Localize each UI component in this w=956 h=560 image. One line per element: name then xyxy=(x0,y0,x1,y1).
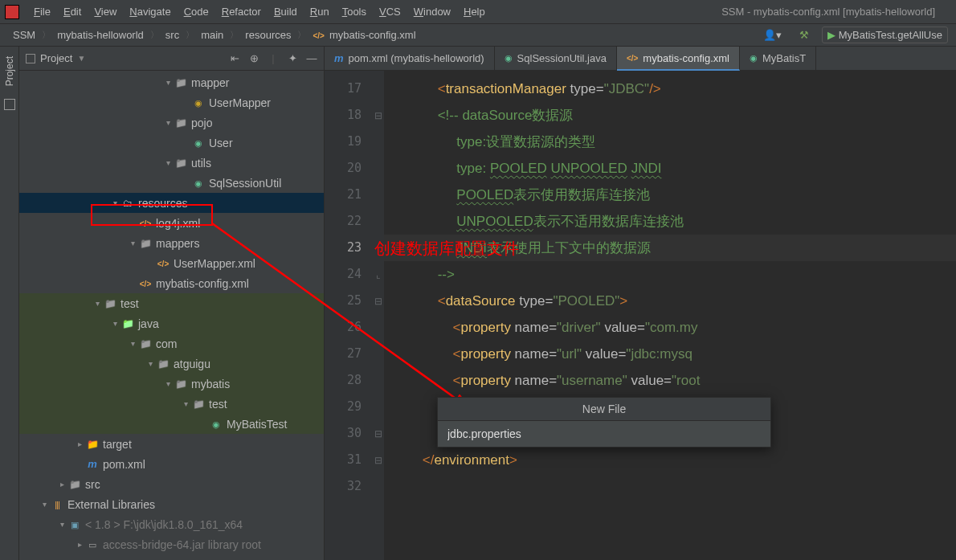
tree-item-mybatis[interactable]: ▾mybatis xyxy=(19,374,324,394)
tree-item-log4j-xml[interactable]: log4j.xml xyxy=(19,213,324,233)
tree-item-access-bridge-64-jar-library-root[interactable]: ▸access-bridge-64.jar library root xyxy=(19,534,324,554)
chevron-down-icon[interactable]: ▾ xyxy=(162,78,174,87)
fold-marker[interactable]: ⊟ xyxy=(373,447,384,473)
fold-marker[interactable] xyxy=(373,208,384,235)
chevron-down-icon[interactable]: ▾ xyxy=(109,198,121,207)
code-line[interactable]: <transactionManager type="JDBC"/> xyxy=(384,76,956,102)
fold-marker[interactable] xyxy=(373,341,384,367)
tree-item-mappers[interactable]: ▾mappers xyxy=(19,233,324,253)
run-config-selector[interactable]: ▶ MyBatisTest.getAllUse xyxy=(822,27,948,43)
tree-item-mybatis-config-xml[interactable]: mybatis-config.xml xyxy=(19,273,324,293)
chevron-down-icon[interactable]: ▾ xyxy=(180,399,191,408)
chevron-down-icon[interactable]: ▾ xyxy=(109,319,121,328)
code-line[interactable]: type:设置数据源的类型 xyxy=(384,129,956,155)
breadcrumb-part[interactable]: resources xyxy=(240,29,296,41)
fold-marker[interactable] xyxy=(373,76,384,102)
code-line[interactable]: <dataSource type="POOLED"> xyxy=(384,288,956,314)
tree-item-com[interactable]: ▾com xyxy=(19,333,324,354)
code-line[interactable] xyxy=(384,473,956,500)
tree-item-resources[interactable]: ▾resources xyxy=(19,193,324,213)
fold-marker[interactable]: ⊟ xyxy=(373,102,384,129)
chevron-down-icon[interactable]: ▾ xyxy=(92,299,103,308)
fold-marker[interactable] xyxy=(373,155,384,182)
tree-item-test[interactable]: ▾test xyxy=(19,394,324,414)
chevron-right-icon[interactable]: ▸ xyxy=(56,480,67,488)
code-editor[interactable]: <transactionManager type="JDBC"/> <!-- d… xyxy=(384,71,956,560)
new-file-input[interactable] xyxy=(438,421,770,447)
chevron-down-icon[interactable]: ▾ xyxy=(162,379,174,388)
menu-vcs[interactable]: VCS xyxy=(373,4,407,19)
chevron-down-icon[interactable]: ▾ xyxy=(127,239,138,247)
editor-tab[interactable]: SqlSessionUtil.java xyxy=(495,47,617,70)
menu-build[interactable]: Build xyxy=(268,4,304,19)
tree-item-pojo[interactable]: ▾pojo xyxy=(19,112,324,133)
fold-marker[interactable]: ⌞ xyxy=(373,261,384,288)
menu-file[interactable]: File xyxy=(27,4,57,19)
chevron-right-icon[interactable]: ▸ xyxy=(74,540,85,549)
menu-view[interactable]: View xyxy=(88,4,123,19)
tree-item-user[interactable]: User xyxy=(19,133,324,153)
breadcrumb-part[interactable]: src xyxy=(161,29,184,41)
breadcrumb-part[interactable]: mybatis-config.xml xyxy=(308,29,420,41)
fold-marker[interactable] xyxy=(373,394,384,420)
tree-item-utils[interactable]: ▾utils xyxy=(19,153,324,173)
tree-item-mybatistest[interactable]: MyBatisTest xyxy=(19,414,324,434)
structure-tool-button[interactable] xyxy=(4,99,15,110)
chevron-down-icon[interactable]: ▾ xyxy=(145,359,156,368)
fold-marker[interactable] xyxy=(373,367,384,394)
code-line[interactable]: <property name="url" value="jdbc:mysq xyxy=(384,341,956,367)
tree-item-sqlsessionutil[interactable]: SqlSessionUtil xyxy=(19,173,324,193)
hide-icon[interactable]: — xyxy=(306,52,317,64)
user-icon[interactable]: 👤▾ xyxy=(758,27,786,43)
code-line[interactable]: type: POOLED UNPOOLED JNDI xyxy=(384,155,956,182)
tree-item-mapper[interactable]: ▾mapper xyxy=(19,72,324,92)
menu-code[interactable]: Code xyxy=(178,4,215,19)
code-line[interactable]: POOLED表示使用数据库连接池 xyxy=(384,182,956,208)
tree-item-java[interactable]: ▾java xyxy=(19,313,324,333)
fold-marker[interactable] xyxy=(373,182,384,208)
fold-marker[interactable] xyxy=(373,473,384,500)
menu-run[interactable]: Run xyxy=(304,4,336,19)
code-line[interactable]: <property name="driver" value="com.my xyxy=(384,314,956,341)
menu-edit[interactable]: Edit xyxy=(57,4,88,19)
project-tree[interactable]: ▾mapperUserMapper▾pojoUser▾utilsSqlSessi… xyxy=(19,71,324,560)
tree-item--1-8-f-jdk-jdk1-8-0-161-x64[interactable]: ▾< 1.8 > F:\jdk\jdk1.8.0_161_x64 xyxy=(19,514,324,534)
code-line[interactable]: <property name="username" value="root xyxy=(384,367,956,394)
chevron-down-icon[interactable]: ▾ xyxy=(162,158,174,167)
editor-tab[interactable]: mybatis-config.xml xyxy=(617,47,740,71)
tree-item-target[interactable]: ▸target xyxy=(19,434,324,454)
breadcrumb-part[interactable]: main xyxy=(196,29,228,41)
code-line[interactable]: </environment> xyxy=(384,447,956,473)
select-opened-icon[interactable]: ⊕ xyxy=(248,52,259,64)
code-line[interactable]: <!-- dataSource数据源 xyxy=(384,102,956,129)
editor-tab[interactable]: MyBatisT xyxy=(740,47,816,70)
tree-item-usermapper-xml[interactable]: UserMapper.xml xyxy=(19,253,324,273)
fold-marker[interactable] xyxy=(373,129,384,155)
menu-tools[interactable]: Tools xyxy=(336,4,373,19)
menu-navigate[interactable]: Navigate xyxy=(123,4,177,19)
chevron-down-icon[interactable]: ▾ xyxy=(39,500,50,509)
tree-item-test[interactable]: ▾test xyxy=(19,293,324,313)
fold-marker[interactable] xyxy=(373,314,384,341)
chevron-down-icon[interactable]: ▾ xyxy=(56,520,67,529)
tree-item-external-libraries[interactable]: ▾External Libraries xyxy=(19,494,324,514)
menu-help[interactable]: Help xyxy=(457,4,492,19)
fold-marker[interactable]: ⊟ xyxy=(373,288,384,314)
tree-item-usermapper[interactable]: UserMapper xyxy=(19,92,324,112)
menu-window[interactable]: Window xyxy=(407,4,457,19)
project-tool-button[interactable]: Project xyxy=(4,53,15,89)
chevron-down-icon[interactable]: ▾ xyxy=(127,339,138,348)
collapse-icon[interactable]: ⇤ xyxy=(229,52,240,64)
editor-tab[interactable]: pom.xml (mybatis-helloworld) xyxy=(325,47,495,70)
code-line[interactable]: --> xyxy=(384,261,956,288)
menu-refactor[interactable]: Refactor xyxy=(215,4,268,19)
breadcrumb-part[interactable]: SSM xyxy=(8,29,40,41)
chevron-right-icon[interactable]: ▸ xyxy=(74,439,85,448)
tree-item-pom-xml[interactable]: pom.xml xyxy=(19,454,324,474)
code-line[interactable]: UNPOOLED表示不适用数据库连接池 xyxy=(384,208,956,235)
chevron-down-icon[interactable]: ▾ xyxy=(162,118,174,127)
build-icon[interactable]: ⚒ xyxy=(795,27,814,43)
fold-marker[interactable]: ⊟ xyxy=(373,420,384,447)
tree-item-src[interactable]: ▸src xyxy=(19,474,324,494)
tree-item-atguigu[interactable]: ▾atguigu xyxy=(19,354,324,374)
